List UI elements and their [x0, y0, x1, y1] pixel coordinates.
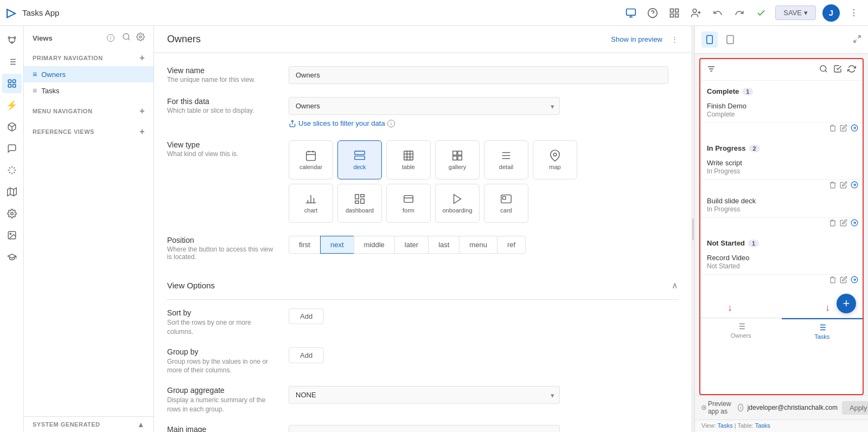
position-later[interactable]: later: [394, 236, 428, 254]
preview-item-record-video[interactable]: Record Video Not Started: [700, 249, 863, 275]
preview-item-finish-demo[interactable]: Finish Demo Complete: [700, 98, 863, 123]
view-options-collapse-icon[interactable]: ∧: [672, 280, 678, 291]
preview-mobile-icon[interactable]: [701, 31, 718, 48]
sidebar-icon-bulb[interactable]: [2, 160, 22, 180]
sort-add-button[interactable]: Add: [289, 308, 324, 324]
view-type-map[interactable]: map: [533, 140, 577, 179]
preview-edit-icon-2[interactable]: [840, 219, 847, 228]
view-options-header[interactable]: View Options ∧: [167, 274, 678, 297]
preview-app-as-info[interactable]: i: [738, 404, 743, 411]
position-last[interactable]: last: [428, 236, 459, 254]
position-menu[interactable]: menu: [459, 236, 497, 254]
preview-arrow-icon-0[interactable]: [851, 124, 858, 133]
person-add-icon[interactable]: [688, 5, 704, 21]
apply-button[interactable]: Apply: [842, 401, 868, 415]
use-slices-info-icon[interactable]: i: [387, 120, 395, 127]
preview-item-finish-demo-actions: [700, 123, 863, 136]
preview-check-icon[interactable]: [833, 65, 842, 75]
preview-email: jdeveloper@christianchalk.com: [748, 404, 838, 411]
footer-view-link[interactable]: Tasks: [718, 422, 733, 429]
preview-item-write-script[interactable]: Write script In Progress: [700, 154, 863, 180]
primary-nav-add-icon[interactable]: +: [139, 53, 145, 63]
preview-nav-owners[interactable]: Owners: [700, 318, 782, 342]
views-search-icon[interactable]: [122, 33, 131, 43]
preview-edit-icon-1[interactable]: [840, 181, 847, 190]
view-type-calendar[interactable]: calendar: [289, 140, 333, 179]
aggregate-select[interactable]: NONE: [289, 386, 560, 404]
svg-rect-67: [355, 195, 359, 199]
sidebar-icon-settings[interactable]: [2, 204, 22, 223]
preview-refresh-icon[interactable]: [847, 65, 856, 75]
use-slices-link[interactable]: Use slices to filter your data i: [289, 119, 678, 127]
preview-delete-icon-0[interactable]: [829, 124, 837, 133]
main-image-select[interactable]: [289, 425, 560, 432]
sidebar-icon-bolt[interactable]: ⚡: [2, 95, 22, 115]
nav-item-tasks[interactable]: ≡ Tasks: [24, 82, 154, 99]
preview-inprogress-badge: 2: [749, 145, 760, 152]
svg-rect-75: [503, 196, 506, 199]
content-more-icon[interactable]: ⋮: [671, 35, 678, 43]
position-first[interactable]: first: [289, 236, 320, 254]
view-type-dashboard[interactable]: dashboard: [337, 184, 382, 223]
preview-item-slide-deck[interactable]: Build slide deck In Progress: [700, 192, 863, 218]
preview-expand-icon[interactable]: [853, 35, 861, 45]
system-nav-collapse-icon[interactable]: ▲: [137, 420, 145, 429]
redo-icon[interactable]: [732, 5, 747, 21]
view-type-deck[interactable]: deck: [337, 140, 382, 179]
nav-item-owners[interactable]: ≡ Owners: [24, 66, 154, 82]
group-add-button[interactable]: Add: [289, 347, 324, 363]
sidebar-icon-views[interactable]: [2, 74, 22, 93]
preview-arrow-icon-2[interactable]: [851, 219, 858, 228]
aggregate-row: Group aggregate Display a numeric summar…: [167, 386, 678, 414]
preview-edit-icon-0[interactable]: [840, 124, 847, 133]
more-menu-icon[interactable]: ⋮: [846, 5, 861, 21]
view-type-detail[interactable]: detail: [484, 140, 528, 179]
view-type-chart[interactable]: chart: [289, 184, 333, 223]
views-info-icon[interactable]: i: [107, 34, 114, 42]
show-preview-button[interactable]: Show in preview: [611, 35, 662, 43]
preview-arrow-icon-3[interactable]: [851, 276, 858, 285]
aggregate-content: NONE: [289, 386, 678, 404]
svg-rect-50: [404, 151, 413, 160]
preview-filter-icon[interactable]: [707, 65, 716, 75]
view-type-gallery[interactable]: gallery: [435, 140, 480, 179]
view-type-form[interactable]: form: [386, 184, 431, 223]
preview-delete-icon-2[interactable]: [829, 219, 837, 228]
footer-table-link[interactable]: Tasks: [755, 422, 770, 429]
reference-nav-add-icon[interactable]: +: [139, 127, 145, 137]
user-avatar[interactable]: J: [822, 4, 840, 22]
view-type-table[interactable]: table: [386, 140, 431, 179]
group-content: Add: [289, 347, 678, 363]
sidebar-icon-routes[interactable]: [2, 30, 22, 50]
sidebar-icon-photo[interactable]: [2, 225, 22, 245]
views-settings-icon[interactable]: [136, 33, 145, 43]
view-type-card[interactable]: card: [484, 184, 528, 223]
preview-delete-icon-1[interactable]: [829, 181, 837, 190]
sidebar-icon-package[interactable]: [2, 117, 22, 137]
check-icon[interactable]: [754, 5, 769, 21]
menu-nav-add-icon[interactable]: +: [139, 106, 145, 116]
monitor-icon[interactable]: [623, 5, 639, 21]
preview-edit-icon-3[interactable]: [840, 276, 847, 285]
position-next[interactable]: next: [320, 236, 354, 254]
grid-icon[interactable]: [667, 5, 682, 21]
sidebar-icon-list[interactable]: [2, 52, 22, 72]
sidebar-icon-map[interactable]: [2, 182, 22, 202]
view-type-onboarding[interactable]: onboarding: [435, 184, 480, 223]
preview-nav-tasks[interactable]: Tasks: [782, 318, 863, 342]
preview-arrow-icon-1[interactable]: [851, 181, 858, 190]
save-button[interactable]: SAVE ▾: [775, 5, 816, 20]
sidebar-icon-graduation[interactable]: [2, 247, 22, 267]
for-data-select[interactable]: Owners: [289, 97, 560, 115]
undo-icon[interactable]: [710, 5, 725, 21]
preview-delete-icon-3[interactable]: [829, 276, 837, 285]
view-name-input[interactable]: [289, 66, 668, 84]
preview-search-icon[interactable]: [819, 65, 828, 75]
sidebar-icon-chat[interactable]: [2, 139, 22, 158]
preview-tablet-icon[interactable]: [722, 31, 738, 48]
help-icon[interactable]: [645, 5, 660, 21]
position-middle[interactable]: middle: [354, 236, 394, 254]
position-ref[interactable]: ref: [497, 236, 526, 254]
svg-rect-58: [458, 156, 462, 160]
preview-add-fab[interactable]: +: [837, 294, 856, 313]
